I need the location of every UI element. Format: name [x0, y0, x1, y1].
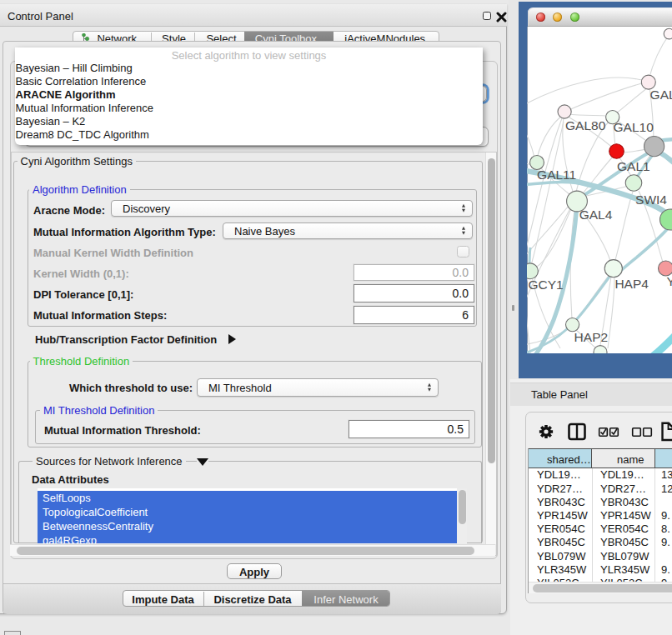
svg-text:HAP4: HAP4 — [614, 276, 649, 290]
svg-text:GAL4: GAL4 — [579, 207, 613, 221]
svg-text:GAL11: GAL11 — [537, 168, 576, 182]
svg-text:SWI4: SWI4 — [635, 192, 667, 206]
svg-text:GAL: GAL — [650, 87, 672, 101]
svg-text:HAP2: HAP2 — [574, 329, 609, 343]
svg-text:GAL10: GAL10 — [614, 119, 654, 133]
svg-text:Y: Y — [667, 273, 672, 288]
svg-text:GAL80: GAL80 — [565, 118, 606, 132]
svg-text:GCY1: GCY1 — [529, 277, 564, 291]
svg-text:GAL1: GAL1 — [617, 158, 650, 172]
